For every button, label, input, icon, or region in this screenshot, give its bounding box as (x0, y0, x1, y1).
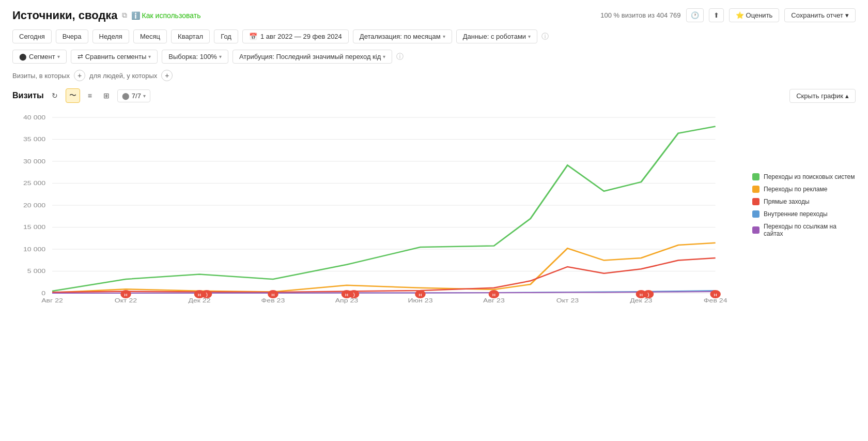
legend-item-internal: Внутренние переходы (752, 210, 856, 218)
line-chart-button[interactable]: 〜 (66, 88, 80, 103)
legend-item-ads: Переходы по рекламе (752, 186, 856, 193)
series-selector-dropdown[interactable]: ⬤ 7/7 ▾ (117, 89, 150, 102)
chevron-down-icon: ▾ (845, 11, 849, 19)
calendar-icon: 📅 (249, 33, 257, 40)
sample-dropdown[interactable]: Выборка: 100% ▾ (162, 50, 228, 64)
data-type-dropdown[interactable]: Данные: с роботами ▾ (456, 29, 537, 43)
svg-text:15 000: 15 000 (23, 224, 45, 231)
filter-row: Визиты, в которых + для людей, у которых… (12, 70, 856, 81)
chart-area: .grid-line { stroke: #e8e8e8; stroke-wid… (12, 107, 856, 303)
svg-text:25 000: 25 000 (23, 180, 45, 187)
svg-text:Окт 22: Окт 22 (115, 297, 137, 303)
visits-info: 100 % визитов из 404 769 (600, 11, 680, 19)
circle-icon: ⬤ (122, 92, 130, 100)
copy-icon[interactable]: ⧉ (122, 11, 127, 20)
save-report-button[interactable]: Сохранить отчет ▾ (784, 8, 856, 22)
chart-legend: Переходы из поисковых систем Переходы по… (742, 107, 856, 303)
attribution-info-icon[interactable]: ⓘ (396, 52, 404, 62)
chevron-down-icon: ▾ (57, 54, 60, 59)
chevron-down-icon: ▾ (143, 93, 146, 99)
legend-item-direct: Прямые заходы (752, 198, 856, 205)
svg-text:Апр 23: Апр 23 (335, 297, 359, 303)
legend-color-internal (752, 210, 760, 218)
info-icon[interactable]: ⓘ (541, 32, 549, 41)
bar-chart-button[interactable]: ≡ (84, 89, 96, 102)
svg-text:н: н (124, 292, 127, 297)
chevron-down-icon: ▾ (528, 34, 531, 39)
tab-yesterday[interactable]: Вчера (56, 29, 88, 43)
attribution-dropdown[interactable]: Атрибуция: Последний значимый переход кі… (233, 50, 392, 64)
svg-text:н: н (640, 292, 643, 297)
svg-text:10 000: 10 000 (23, 246, 45, 252)
svg-text:Фев 23: Фев 23 (261, 297, 285, 303)
tab-year[interactable]: Год (214, 29, 238, 43)
legend-label-ads: Переходы по рекламе (764, 186, 827, 193)
chevron-down-icon: ▾ (443, 34, 445, 39)
svg-text:): ) (206, 292, 208, 297)
svg-text:Дек 22: Дек 22 (188, 297, 210, 303)
svg-text:н: н (271, 292, 274, 297)
chart-section-header: Визиты ↻ 〜 ≡ ⊞ ⬤ 7/7 ▾ Скрыть график ▴ (12, 88, 856, 103)
legend-color-search (752, 173, 760, 180)
svg-text:0: 0 (41, 290, 45, 296)
svg-text:н: н (419, 292, 422, 297)
legend-color-ads (752, 186, 760, 193)
rate-button[interactable]: ⭐ Оценить (729, 8, 780, 22)
svg-text:): ) (353, 292, 355, 297)
legend-label-search: Переходы из поисковых систем (764, 173, 855, 180)
legend-label-referral: Переходы по ссылкам на сайтах (764, 223, 856, 237)
legend-color-direct (752, 198, 760, 205)
table-chart-button[interactable]: ⊞ (100, 89, 113, 102)
add-visit-filter-button[interactable]: + (74, 70, 85, 81)
svg-text:н: н (345, 292, 348, 297)
svg-text:30 000: 30 000 (23, 158, 45, 164)
legend-item-referral: Переходы по ссылкам на сайтах (752, 223, 856, 237)
star-icon: ⭐ (736, 11, 744, 19)
segment-toolbar: ⬤ Сегмент ▾ ⇄ Сравнить сегменты ▾ Выборк… (12, 50, 856, 64)
svg-text:35 000: 35 000 (23, 136, 45, 143)
svg-text:Дек 23: Дек 23 (630, 297, 652, 303)
svg-text:Авг 22: Авг 22 (41, 297, 63, 303)
info-circle-icon: ℹ️ (131, 11, 140, 20)
legend-item-search: Переходы из поисковых систем (752, 173, 856, 180)
series-count-label: 7/7 (132, 92, 141, 100)
hide-chart-button[interactable]: Скрыть график ▴ (789, 89, 856, 103)
line-chart: .grid-line { stroke: #e8e8e8; stroke-wid… (12, 107, 742, 303)
date-range-picker[interactable]: 📅 1 авг 2022 — 29 фев 2024 (242, 29, 349, 43)
legend-color-referral (752, 226, 760, 234)
svg-text:): ) (647, 292, 649, 297)
detail-dropdown[interactable]: Детализация: по месяцам ▾ (353, 29, 452, 43)
legend-label-internal: Внутренние переходы (764, 210, 828, 218)
tab-month[interactable]: Месяц (133, 29, 167, 43)
download-button[interactable]: ⬆ (709, 8, 724, 22)
chevron-down-icon: ▾ (148, 54, 151, 59)
svg-text:Фев 24: Фев 24 (704, 297, 727, 303)
refresh-chart-button[interactable]: ↻ (48, 89, 61, 102)
chevron-up-icon: ▴ (845, 92, 849, 100)
legend-label-direct: Прямые заходы (764, 198, 810, 205)
how-to-use-link[interactable]: ℹ️ Как использовать (131, 11, 201, 20)
svg-text:н: н (492, 292, 495, 297)
svg-text:5 000: 5 000 (27, 268, 45, 275)
tab-week[interactable]: Неделя (92, 29, 129, 43)
svg-text:Авг 23: Авг 23 (483, 297, 505, 303)
chart-section-title: Визиты (12, 91, 44, 100)
segment-icon: ⬤ (19, 53, 27, 60)
svg-text:Окт 23: Окт 23 (556, 297, 579, 303)
tab-today[interactable]: Сегодня (12, 29, 52, 43)
chevron-down-icon: ▾ (383, 54, 385, 59)
svg-text:н: н (198, 292, 201, 297)
svg-text:н: н (714, 292, 717, 297)
svg-text:Июн 23: Июн 23 (408, 297, 432, 303)
svg-text:40 000: 40 000 (23, 114, 45, 120)
compare-segments-dropdown[interactable]: ⇄ Сравнить сегменты ▾ (71, 50, 158, 64)
history-button[interactable]: 🕐 (686, 8, 704, 22)
svg-text:20 000: 20 000 (23, 202, 45, 208)
tab-quarter[interactable]: Квартал (171, 29, 210, 43)
chevron-down-icon: ▾ (219, 54, 222, 59)
visits-filter-label: Визиты, в которых (12, 72, 70, 80)
people-filter-label: для людей, у которых (89, 72, 157, 80)
add-people-filter-button[interactable]: + (161, 70, 173, 81)
segment-dropdown[interactable]: ⬤ Сегмент ▾ (12, 50, 67, 64)
page-title: Источники, сводка (12, 9, 118, 22)
